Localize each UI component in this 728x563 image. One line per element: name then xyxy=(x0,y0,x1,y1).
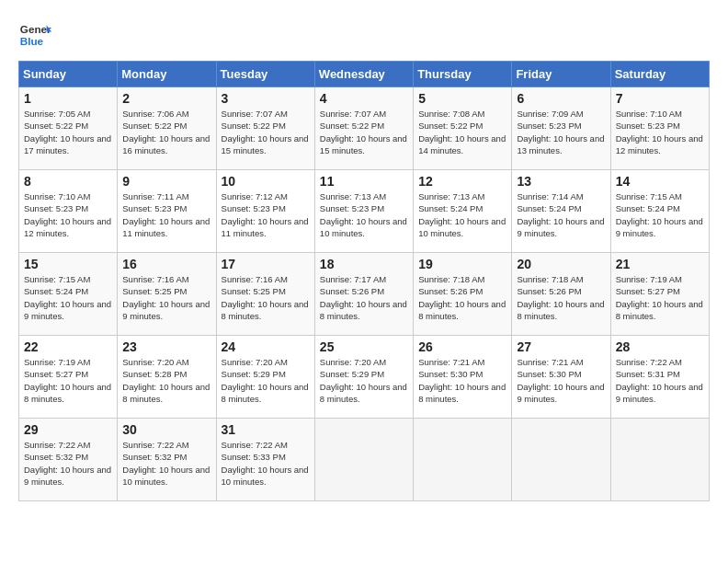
day-detail: Sunrise: 7:20 AM Sunset: 5:29 PM Dayligh… xyxy=(222,356,310,405)
calendar-day-20: 20Sunrise: 7:18 AM Sunset: 5:26 PM Dayli… xyxy=(512,253,610,336)
weekday-header-tuesday: Tuesday xyxy=(216,62,314,87)
day-detail: Sunrise: 7:22 AM Sunset: 5:32 PM Dayligh… xyxy=(24,439,112,488)
day-number: 21 xyxy=(616,257,704,271)
day-number: 11 xyxy=(320,174,408,189)
calendar-day-2: 2Sunrise: 7:06 AM Sunset: 5:22 PM Daylig… xyxy=(118,87,216,170)
day-detail: Sunrise: 7:18 AM Sunset: 5:26 PM Dayligh… xyxy=(418,273,506,322)
calendar-week-4: 22Sunrise: 7:19 AM Sunset: 5:27 PM Dayli… xyxy=(19,336,710,419)
day-detail: Sunrise: 7:13 AM Sunset: 5:23 PM Dayligh… xyxy=(320,190,408,239)
day-number: 15 xyxy=(24,257,112,271)
calendar-day-7: 7Sunrise: 7:10 AM Sunset: 5:23 PM Daylig… xyxy=(610,87,709,170)
day-detail: Sunrise: 7:07 AM Sunset: 5:22 PM Dayligh… xyxy=(222,108,310,156)
day-detail: Sunrise: 7:05 AM Sunset: 5:22 PM Dayligh… xyxy=(24,108,112,156)
calendar-header: SundayMondayTuesdayWednesdayThursdayFrid… xyxy=(19,62,710,87)
day-number: 2 xyxy=(122,91,210,106)
day-number: 7 xyxy=(616,91,704,106)
day-number: 18 xyxy=(320,257,408,271)
calendar-day-4: 4Sunrise: 7:07 AM Sunset: 5:22 PM Daylig… xyxy=(314,87,413,170)
calendar-day-9: 9Sunrise: 7:11 AM Sunset: 5:23 PM Daylig… xyxy=(118,170,216,253)
day-number: 8 xyxy=(24,174,112,189)
day-number: 13 xyxy=(517,174,605,189)
calendar-day-29: 29Sunrise: 7:22 AM Sunset: 5:32 PM Dayli… xyxy=(19,419,118,501)
weekday-header-friday: Friday xyxy=(512,62,610,87)
day-detail: Sunrise: 7:13 AM Sunset: 5:24 PM Dayligh… xyxy=(418,190,506,239)
calendar-day-10: 10Sunrise: 7:12 AM Sunset: 5:23 PM Dayli… xyxy=(216,170,314,253)
day-number: 28 xyxy=(616,339,704,354)
day-detail: Sunrise: 7:21 AM Sunset: 5:30 PM Dayligh… xyxy=(517,356,605,405)
day-number: 14 xyxy=(616,174,704,189)
day-number: 4 xyxy=(320,91,408,106)
day-number: 26 xyxy=(418,339,506,354)
calendar-day-27: 27Sunrise: 7:21 AM Sunset: 5:30 PM Dayli… xyxy=(512,336,610,419)
calendar-day-8: 8Sunrise: 7:10 AM Sunset: 5:23 PM Daylig… xyxy=(19,170,118,253)
day-detail: Sunrise: 7:06 AM Sunset: 5:22 PM Dayligh… xyxy=(122,108,210,156)
calendar-day-17: 17Sunrise: 7:16 AM Sunset: 5:25 PM Dayli… xyxy=(216,253,314,336)
day-number: 1 xyxy=(24,91,112,106)
empty-cell xyxy=(610,419,709,501)
calendar-week-1: 1Sunrise: 7:05 AM Sunset: 5:22 PM Daylig… xyxy=(19,87,710,170)
day-detail: Sunrise: 7:21 AM Sunset: 5:30 PM Dayligh… xyxy=(418,356,506,405)
day-detail: Sunrise: 7:10 AM Sunset: 5:23 PM Dayligh… xyxy=(616,108,704,156)
day-detail: Sunrise: 7:14 AM Sunset: 5:24 PM Dayligh… xyxy=(517,190,605,239)
day-detail: Sunrise: 7:22 AM Sunset: 5:31 PM Dayligh… xyxy=(616,356,704,405)
day-number: 27 xyxy=(517,339,605,354)
calendar-day-5: 5Sunrise: 7:08 AM Sunset: 5:22 PM Daylig… xyxy=(414,87,512,170)
day-number: 20 xyxy=(517,257,605,271)
day-detail: Sunrise: 7:17 AM Sunset: 5:26 PM Dayligh… xyxy=(320,273,408,322)
calendar-week-3: 15Sunrise: 7:15 AM Sunset: 5:24 PM Dayli… xyxy=(19,253,710,336)
empty-cell xyxy=(414,419,512,501)
day-number: 31 xyxy=(222,422,310,437)
day-detail: Sunrise: 7:20 AM Sunset: 5:28 PM Dayligh… xyxy=(122,356,210,405)
day-number: 9 xyxy=(122,174,210,189)
day-detail: Sunrise: 7:10 AM Sunset: 5:23 PM Dayligh… xyxy=(24,190,112,239)
day-number: 25 xyxy=(320,339,408,354)
calendar-day-19: 19Sunrise: 7:18 AM Sunset: 5:26 PM Dayli… xyxy=(414,253,512,336)
day-number: 30 xyxy=(122,422,210,437)
day-detail: Sunrise: 7:16 AM Sunset: 5:25 PM Dayligh… xyxy=(122,273,210,322)
weekday-header-thursday: Thursday xyxy=(414,62,512,87)
calendar-day-6: 6Sunrise: 7:09 AM Sunset: 5:23 PM Daylig… xyxy=(512,87,610,170)
day-detail: Sunrise: 7:11 AM Sunset: 5:23 PM Dayligh… xyxy=(122,190,210,239)
weekday-header-sunday: Sunday xyxy=(19,62,118,87)
calendar-week-5: 29Sunrise: 7:22 AM Sunset: 5:32 PM Dayli… xyxy=(19,419,710,501)
page-header: General Blue xyxy=(18,18,710,52)
calendar-day-28: 28Sunrise: 7:22 AM Sunset: 5:31 PM Dayli… xyxy=(610,336,709,419)
day-detail: Sunrise: 7:22 AM Sunset: 5:33 PM Dayligh… xyxy=(222,439,310,488)
day-number: 5 xyxy=(418,91,506,106)
day-detail: Sunrise: 7:15 AM Sunset: 5:24 PM Dayligh… xyxy=(24,273,112,322)
calendar-day-21: 21Sunrise: 7:19 AM Sunset: 5:27 PM Dayli… xyxy=(610,253,709,336)
calendar-day-26: 26Sunrise: 7:21 AM Sunset: 5:30 PM Dayli… xyxy=(414,336,512,419)
calendar-day-14: 14Sunrise: 7:15 AM Sunset: 5:24 PM Dayli… xyxy=(610,170,709,253)
day-number: 17 xyxy=(222,257,310,271)
day-detail: Sunrise: 7:19 AM Sunset: 5:27 PM Dayligh… xyxy=(616,273,704,322)
day-detail: Sunrise: 7:16 AM Sunset: 5:25 PM Dayligh… xyxy=(222,273,310,322)
day-detail: Sunrise: 7:12 AM Sunset: 5:23 PM Dayligh… xyxy=(222,190,310,239)
day-detail: Sunrise: 7:20 AM Sunset: 5:29 PM Dayligh… xyxy=(320,356,408,405)
day-detail: Sunrise: 7:09 AM Sunset: 5:23 PM Dayligh… xyxy=(517,108,605,156)
day-detail: Sunrise: 7:08 AM Sunset: 5:22 PM Dayligh… xyxy=(418,108,506,156)
day-number: 12 xyxy=(418,174,506,189)
day-number: 24 xyxy=(222,339,310,354)
calendar-day-3: 3Sunrise: 7:07 AM Sunset: 5:22 PM Daylig… xyxy=(216,87,314,170)
weekday-header-wednesday: Wednesday xyxy=(314,62,413,87)
calendar-day-16: 16Sunrise: 7:16 AM Sunset: 5:25 PM Dayli… xyxy=(118,253,216,336)
day-number: 29 xyxy=(24,422,112,437)
day-number: 3 xyxy=(222,91,310,106)
day-number: 6 xyxy=(517,91,605,106)
empty-cell xyxy=(512,419,610,501)
day-number: 10 xyxy=(222,174,310,189)
day-detail: Sunrise: 7:19 AM Sunset: 5:27 PM Dayligh… xyxy=(24,356,112,405)
calendar-day-12: 12Sunrise: 7:13 AM Sunset: 5:24 PM Dayli… xyxy=(414,170,512,253)
day-number: 16 xyxy=(122,257,210,271)
day-number: 23 xyxy=(122,339,210,354)
calendar-day-18: 18Sunrise: 7:17 AM Sunset: 5:26 PM Dayli… xyxy=(314,253,413,336)
calendar-day-30: 30Sunrise: 7:22 AM Sunset: 5:32 PM Dayli… xyxy=(118,419,216,501)
day-detail: Sunrise: 7:18 AM Sunset: 5:26 PM Dayligh… xyxy=(517,273,605,322)
logo: General Blue xyxy=(18,18,51,52)
weekday-header-saturday: Saturday xyxy=(610,62,709,87)
calendar-day-22: 22Sunrise: 7:19 AM Sunset: 5:27 PM Dayli… xyxy=(19,336,118,419)
day-detail: Sunrise: 7:07 AM Sunset: 5:22 PM Dayligh… xyxy=(320,108,408,156)
calendar-week-2: 8Sunrise: 7:10 AM Sunset: 5:23 PM Daylig… xyxy=(19,170,710,253)
empty-cell xyxy=(314,419,413,501)
svg-text:Blue: Blue xyxy=(20,35,44,47)
